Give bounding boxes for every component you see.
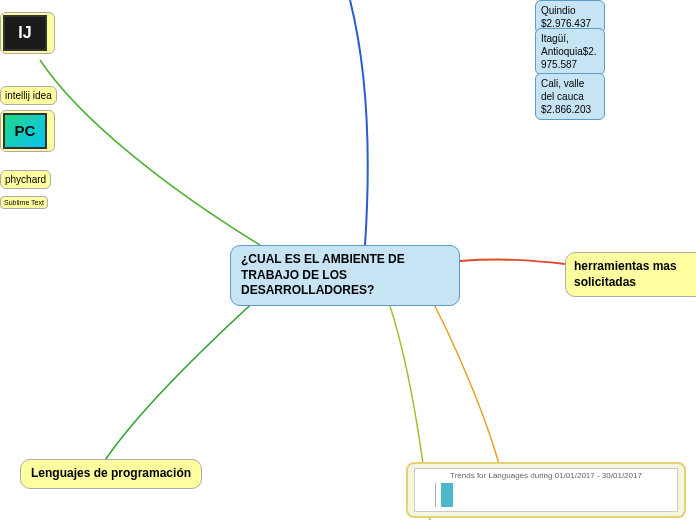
connector-green-upleft (40, 60, 260, 245)
sublime-text: Sublime Text (4, 199, 44, 206)
itagui-text: Itagüí, Antioquia$2.975.587 (541, 33, 597, 70)
connector-orange-chart (420, 278, 500, 468)
chart-inner: Trends for Languages during 01/01/2017 -… (414, 468, 678, 512)
lenguajes-label: Lenguajes de programación (31, 466, 191, 480)
cali-text: Cali, valle del cauca $2.866.203 (541, 78, 591, 115)
herramientas-label: herramientas mas solicitadas (574, 259, 677, 289)
salary-itagui[interactable]: Itagüí, Antioquia$2.975.587 (535, 28, 605, 75)
connector-red (460, 260, 565, 264)
connector-green-left (100, 278, 280, 468)
chart-bar (441, 483, 453, 507)
central-title: ¿CUAL ES EL AMBIENTE DE TRABAJO DE LOS D… (241, 252, 405, 297)
central-topic[interactable]: ¿CUAL ES EL AMBIENTE DE TRABAJO DE LOS D… (230, 245, 460, 306)
phychart-thumb[interactable]: PC (0, 110, 55, 152)
herramientas-node[interactable]: herramientas mas solicitadas (565, 252, 696, 297)
phychart-label-node[interactable]: phychard (0, 170, 51, 189)
intellij-thumb[interactable]: IJ (0, 12, 55, 54)
phychart-text: phychard (5, 174, 46, 185)
sublime-label-node[interactable]: Sublime Text (0, 196, 48, 209)
phychart-icon: PC (3, 113, 47, 149)
quindio-text: Quindio $2.976.437 (541, 5, 591, 29)
intellij-label-node[interactable]: intellij idea (0, 86, 57, 105)
salary-cali[interactable]: Cali, valle del cauca $2.866.203 (535, 73, 605, 120)
connector-blue-up (350, 0, 368, 245)
chart-node[interactable]: Trends for Languages during 01/01/2017 -… (406, 462, 686, 518)
lenguajes-node[interactable]: Lenguajes de programación (20, 459, 202, 489)
chart-axis (435, 483, 436, 507)
chart-title: Trends for Languages during 01/01/2017 -… (415, 469, 677, 480)
intellij-text: intellij idea (5, 90, 52, 101)
intellij-icon: IJ (3, 15, 47, 51)
